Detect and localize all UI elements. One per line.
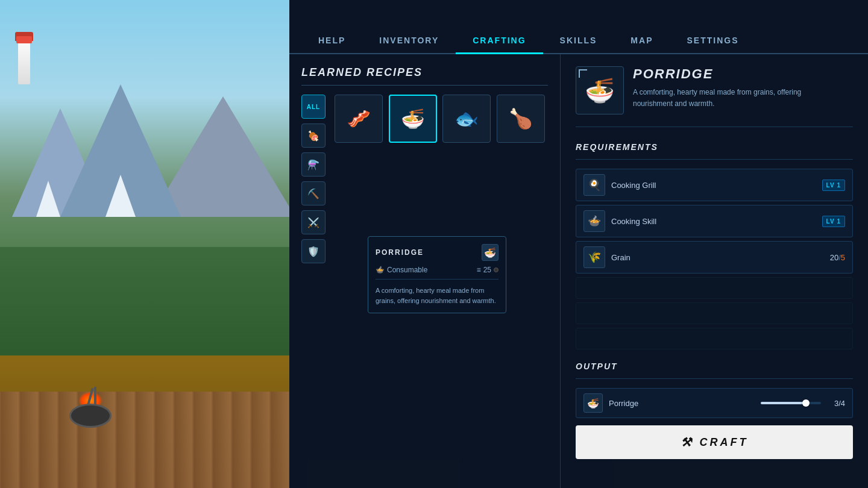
fish-icon: 🐟 xyxy=(454,107,479,130)
tooltip-header: PORRIDGE 🍜 xyxy=(376,244,498,261)
tab-help[interactable]: HELP xyxy=(301,28,362,54)
output-count: 3/4 xyxy=(827,399,845,408)
category-tool[interactable]: ⛏️ xyxy=(301,181,326,205)
requirement-list: 🍳 Cooking Grill LV 1 🍲 Cooking Skill LV … xyxy=(576,169,853,349)
requirements-divider xyxy=(576,159,853,160)
item-info: PORRIDGE A comforting, hearty meal made … xyxy=(633,66,802,110)
lighthouse xyxy=(12,24,36,84)
tooltip-type-label: Consumable xyxy=(387,266,427,274)
cooking-skill-icon: 🍲 xyxy=(583,210,605,232)
tooltip-level-value: 25 xyxy=(483,266,491,274)
cooking-skill-name: Cooking Skill xyxy=(611,217,816,226)
item-header: 🍜 PORRIDGE A comforting, hearty meal mad… xyxy=(576,66,853,127)
snow-2 xyxy=(105,175,136,217)
req-empty-3 xyxy=(576,328,853,349)
item-name: PORRIDGE xyxy=(633,66,802,82)
right-panel: 🍜 PORRIDGE A comforting, hearty meal mad… xyxy=(561,54,868,488)
tab-skills[interactable]: SKILLS xyxy=(543,28,614,54)
grain-count: 20/5 xyxy=(830,253,845,262)
campfire-legs xyxy=(77,387,113,405)
grass-area xyxy=(0,247,289,368)
category-all[interactable]: ALL xyxy=(301,95,326,119)
grain-name: Grain xyxy=(611,253,824,262)
req-cooking-skill: 🍲 Cooking Skill LV 1 xyxy=(576,205,853,237)
cooking-grill-icon: 🍳 xyxy=(583,174,605,196)
ui-panel: HELP INVENTORY CRAFTING SKILLS MAP SETTI… xyxy=(289,0,868,488)
tooltip-type: 🍲 Consumable xyxy=(376,266,427,274)
tab-inventory[interactable]: INVENTORY xyxy=(362,28,456,54)
craft-button-icon: ⚒ xyxy=(681,435,694,449)
tab-settings[interactable]: SETTINGS xyxy=(670,28,755,54)
tab-map[interactable]: MAP xyxy=(614,28,670,54)
chicken-icon: 🍗 xyxy=(509,107,533,130)
grain-current: 20 xyxy=(830,253,838,262)
recipe-fish[interactable]: 🐟 xyxy=(442,95,491,143)
output-current: 3 xyxy=(834,399,838,408)
output-slider-fill xyxy=(761,402,806,404)
output-slider-container xyxy=(761,402,821,404)
recipes-section-title: LEARNED RECIPES xyxy=(301,66,548,86)
potion-icon: ⚗️ xyxy=(307,159,320,170)
item-icon-glyph: 🍜 xyxy=(585,77,615,105)
campfire-base xyxy=(69,404,112,428)
req-cooking-grill: 🍳 Cooking Grill LV 1 xyxy=(576,169,853,201)
snow-1 xyxy=(36,181,60,217)
requirements-title: REQUIREMENTS xyxy=(576,142,853,152)
all-label: ALL xyxy=(307,104,320,110)
output-icon-glyph: 🍜 xyxy=(587,398,599,409)
left-panel: LEARNED RECIPES ALL 🍖 ⚗️ ⛏️ xyxy=(289,54,561,488)
lighthouse-tower xyxy=(18,36,30,84)
tooltip-stats: 🍲 Consumable ≡ 25 xyxy=(376,266,498,280)
recipe-chicken[interactable]: 🍗 xyxy=(497,95,545,143)
layers-icon: ≡ xyxy=(477,266,481,274)
tool-icon: ⛏️ xyxy=(307,188,320,199)
campfire xyxy=(66,380,115,428)
grain-icon: 🌾 xyxy=(583,246,605,268)
tooltip-icon-glyph: 🍜 xyxy=(484,247,496,258)
req-empty-1 xyxy=(576,277,853,299)
wood-planks xyxy=(0,392,289,488)
food-icon: 🍖 xyxy=(307,130,320,142)
bacon-icon: 🥓 xyxy=(347,107,371,130)
output-slider[interactable] xyxy=(761,402,821,404)
dot-1 xyxy=(494,267,498,272)
recipe-grid-container: 🥓 🍜 🐟 🍗 xyxy=(335,95,548,263)
output-title: OUTPUT xyxy=(576,361,853,371)
recipe-area: ALL 🍖 ⚗️ ⛏️ ⚔️ 🛡️ xyxy=(301,95,548,263)
grain-max: 5 xyxy=(841,253,845,262)
weapon-icon: ⚔️ xyxy=(307,217,320,228)
recipe-grid: 🥓 🍜 🐟 🍗 xyxy=(335,95,548,143)
category-food[interactable]: 🍖 xyxy=(301,124,326,148)
output-slider-thumb xyxy=(802,399,810,407)
tooltip-title: PORRIDGE xyxy=(376,248,424,257)
output-item: 🍜 Porridge 3/4 xyxy=(576,388,853,418)
category-weapon[interactable]: ⚔️ xyxy=(301,210,326,234)
output-max: 4 xyxy=(841,399,845,408)
req-grain: 🌾 Grain 20/5 xyxy=(576,241,853,274)
cooking-grill-name: Cooking Grill xyxy=(611,181,816,190)
tooltip-item-icon: 🍜 xyxy=(482,244,498,261)
req-empty-2 xyxy=(576,302,853,324)
item-large-icon: 🍜 xyxy=(576,66,624,114)
cooking-grill-level: LV 1 xyxy=(822,180,845,191)
recipe-bacon[interactable]: 🥓 xyxy=(335,95,383,143)
nav-tabs: HELP INVENTORY CRAFTING SKILLS MAP SETTI… xyxy=(289,0,868,54)
output-item-name: Porridge xyxy=(609,399,755,408)
cooking-skill-level: LV 1 xyxy=(822,216,845,227)
category-potion[interactable]: ⚗️ xyxy=(301,152,326,177)
craft-button-label: CRAFT xyxy=(700,436,749,449)
armor-icon: 🛡️ xyxy=(307,246,320,257)
main-content: LEARNED RECIPES ALL 🍖 ⚗️ ⛏️ xyxy=(289,54,868,488)
mountains xyxy=(0,36,289,217)
porridge-icon: 🍜 xyxy=(401,107,425,130)
recipe-porridge[interactable]: 🍜 xyxy=(389,95,437,143)
category-sidebar: ALL 🍖 ⚗️ ⛏️ ⚔️ 🛡️ xyxy=(301,95,329,263)
item-description: A comforting, hearty meal made from grai… xyxy=(633,87,802,110)
output-divider xyxy=(576,378,853,379)
tooltip-popup: PORRIDGE 🍜 🍲 Consumable ≡ xyxy=(368,236,506,313)
category-armor[interactable]: 🛡️ xyxy=(301,239,326,263)
tooltip-level: ≡ 25 xyxy=(477,266,498,274)
tab-crafting[interactable]: CRAFTING xyxy=(456,28,542,54)
craft-button[interactable]: ⚒ CRAFT xyxy=(576,425,853,459)
background-scene xyxy=(0,0,289,488)
